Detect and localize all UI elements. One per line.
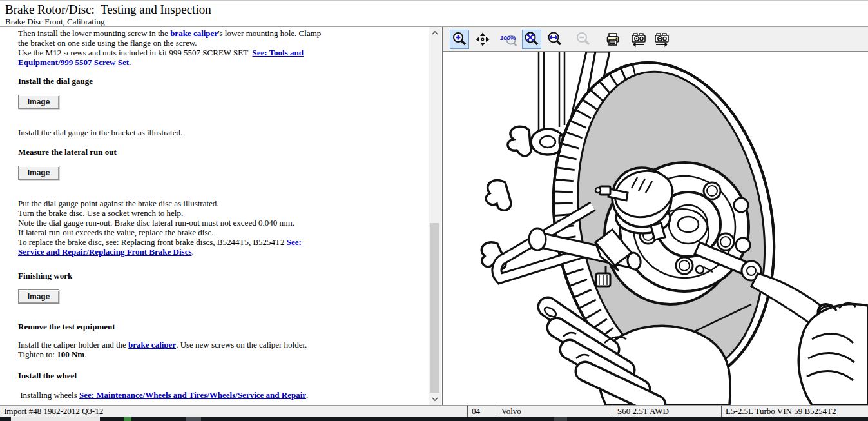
fit-page-button[interactable]	[522, 30, 541, 49]
scroll-down-arrow-icon[interactable]	[429, 393, 441, 405]
text-line: Turn the brake disc. Use a socket wrench…	[18, 208, 425, 218]
section-heading-finishing-work: Finishing work	[18, 271, 425, 280]
inline-link[interactable]: See: Tools and	[253, 48, 304, 57]
brake-disc-illustration	[443, 52, 868, 405]
fit-width-icon	[547, 32, 563, 47]
inline-link[interactable]: Service and Repair/Replacing Front Brake…	[18, 247, 192, 257]
vertical-scrollbar[interactable]	[429, 27, 441, 405]
section-heading-measure-runout: Measure the lateral run out	[18, 147, 425, 157]
text-segment: Then install the lower mounting screw in…	[18, 28, 170, 38]
section-heading-install-wheel: Install the wheel	[18, 371, 425, 380]
previous-image-icon	[630, 32, 647, 47]
text-segment: .	[306, 390, 308, 400]
status-vehicle-model: S60 2.5T AWD	[613, 406, 721, 417]
text-line: Service and Repair/Replacing Front Brake…	[18, 247, 425, 257]
text-line: To replace the brake disc, see: Replacin…	[18, 237, 425, 247]
text-segment: Note the dial gauge run-out. Brake disc …	[18, 218, 294, 228]
document-pane: Then install the lower mounting screw in…	[0, 27, 429, 405]
section-heading-install-dial-gauge: Install the dial gauge	[18, 76, 425, 86]
procedure-text: Then install the lower mounting screw in…	[0, 27, 429, 400]
text-segment: the bracket on one side using the flange…	[18, 38, 197, 48]
application-window: Brake Rotor/Disc: Testing and Inspection…	[0, 0, 868, 421]
text-segment: Put the dial gauge point against the bra…	[18, 199, 219, 208]
image-button-1[interactable]: Image	[18, 95, 59, 109]
inline-link[interactable]: See:	[287, 237, 302, 247]
inline-link[interactable]: brake caliper	[128, 340, 176, 349]
print-button[interactable]	[603, 30, 622, 49]
text-line: Install the caliper holder and the brake…	[18, 340, 425, 349]
text-segment: Install the dial gauge in the bracket as…	[18, 128, 182, 137]
zoom-in-button[interactable]	[450, 30, 469, 49]
section-heading-remove-test-equipment: Remove the test equipment	[18, 322, 425, 331]
zoom-out-icon	[575, 32, 591, 47]
next-image-icon	[653, 32, 670, 47]
text-line: Use the M12 screws and nuts included in …	[18, 48, 425, 57]
text-segment: Installing wheels	[18, 390, 79, 400]
text-segment: Use the M12 screws and nuts included in …	[18, 48, 253, 57]
next-image-button[interactable]	[652, 30, 671, 49]
page-subtitle: Brake Disc Front, Calibrating	[5, 17, 105, 27]
zoom-out-button	[574, 30, 593, 49]
text-segment: .	[192, 247, 194, 257]
status-bar: Import #48 1982-2012 Q3-12 04 Volvo S60 …	[0, 405, 868, 417]
image-pane: 100%	[442, 27, 868, 405]
text-segment: .	[84, 349, 86, 359]
text-segment: 100 Nm	[57, 349, 84, 359]
text-segment: 's lower mounting hole. Clamp	[218, 28, 321, 38]
fit-page-icon	[524, 32, 539, 47]
status-vehicle-make: Volvo	[497, 406, 613, 417]
text-line: Then install the lower mounting screw in…	[18, 28, 425, 38]
text-segment: To replace the brake disc, see: Replacin…	[18, 237, 287, 247]
pan-button[interactable]	[473, 30, 492, 49]
page-title: Brake Rotor/Disc: Testing and Inspection	[5, 3, 211, 17]
text-line: If lateral run-out exceeds the value, re…	[18, 228, 425, 237]
fit-width-button[interactable]	[545, 30, 564, 49]
inline-link[interactable]: Equipment/999 5507 Screw Set	[18, 57, 129, 67]
zoom-100-button[interactable]: 100%	[499, 30, 518, 49]
inline-link[interactable]: brake caliper	[170, 28, 218, 38]
inline-link[interactable]: See: Maintenance/Wheels and Tires/Wheels…	[79, 390, 306, 400]
svg-text:100%: 100%	[500, 34, 516, 41]
previous-image-button[interactable]	[629, 30, 648, 49]
text-line: Install the dial gauge in the bracket as…	[18, 128, 425, 137]
image-toolbar: 100%	[443, 27, 868, 52]
pan-icon	[475, 32, 490, 47]
text-line: the bracket on one side using the flange…	[18, 38, 425, 48]
zoom-100-icon: 100%	[500, 32, 517, 47]
zoom-in-icon	[452, 32, 467, 47]
text-line: Note the dial gauge run-out. Brake disc …	[18, 218, 425, 228]
scrollbar-thumb[interactable]	[430, 223, 439, 393]
status-vehicle-engine: L5-2.5L Turbo VIN 59 B5254T2	[722, 406, 868, 417]
text-line: Equipment/999 5507 Screw Set.	[18, 57, 425, 67]
text-segment: Tighten to:	[18, 349, 57, 359]
text-segment: .	[129, 57, 131, 67]
text-segment: . Use new screws on the caliper holder.	[176, 340, 307, 349]
image-button-3[interactable]: Image	[18, 289, 59, 304]
status-code: 04	[468, 406, 497, 417]
text-segment: If lateral run-out exceeds the value, re…	[18, 228, 214, 237]
image-button-2[interactable]: Image	[18, 166, 59, 180]
status-import-info: Import #48 1982-2012 Q3-12	[0, 406, 467, 417]
text-segment: Install the caliper holder and the	[18, 340, 128, 349]
taskbar-green-indicator	[124, 417, 131, 421]
print-icon	[605, 32, 621, 47]
text-segment: Turn the brake disc. Use a socket wrench…	[18, 208, 183, 218]
text-line: Tighten to: 100 Nm.	[18, 349, 425, 359]
text-line: Installing wheels See: Maintenance/Wheel…	[18, 390, 425, 400]
taskbar-active-button[interactable]	[11, 417, 100, 421]
text-line: Put the dial gauge point against the bra…	[18, 199, 425, 208]
scroll-up-arrow-icon[interactable]	[429, 27, 441, 39]
header: Brake Rotor/Disc: Testing and Inspection…	[0, 1, 868, 27]
taskbar-edge	[0, 417, 868, 421]
